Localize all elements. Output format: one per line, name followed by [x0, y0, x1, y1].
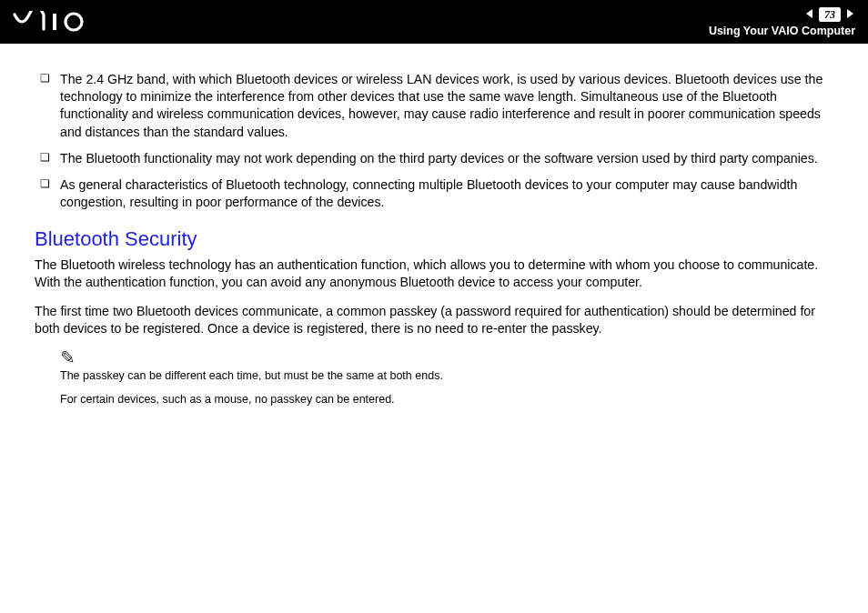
svg-rect-0: [53, 14, 56, 30]
pager: 73: [804, 6, 855, 23]
note-block: ✎ The passkey can be different each time…: [60, 348, 833, 407]
next-arrow-icon[interactable]: [844, 6, 855, 23]
list-item: The Bluetooth functionality may not work…: [60, 150, 833, 167]
page-content: The 2.4 GHz band, with which Bluetooth d…: [0, 44, 868, 407]
prev-arrow-icon[interactable]: [804, 6, 815, 23]
page-number: 73: [819, 7, 841, 22]
list-item: As general characteristics of Bluetooth …: [60, 176, 833, 211]
vaio-logo: [13, 11, 113, 33]
svg-point-1: [66, 14, 82, 30]
section-heading: Bluetooth Security: [35, 227, 833, 251]
header-right: 73 Using Your VAIO Computer: [709, 6, 855, 37]
list-item: The 2.4 GHz band, with which Bluetooth d…: [60, 71, 833, 141]
note-text: For certain devices, such as a mouse, no…: [60, 392, 833, 407]
bullet-list: The 2.4 GHz band, with which Bluetooth d…: [60, 71, 833, 211]
paragraph: The first time two Bluetooth devices com…: [35, 303, 833, 337]
section-label: Using Your VAIO Computer: [709, 25, 855, 37]
pencil-icon: ✎: [60, 348, 833, 367]
page-header: 73 Using Your VAIO Computer: [0, 0, 868, 44]
note-text: The passkey can be different each time, …: [60, 368, 833, 383]
paragraph: The Bluetooth wireless technology has an…: [35, 256, 833, 291]
